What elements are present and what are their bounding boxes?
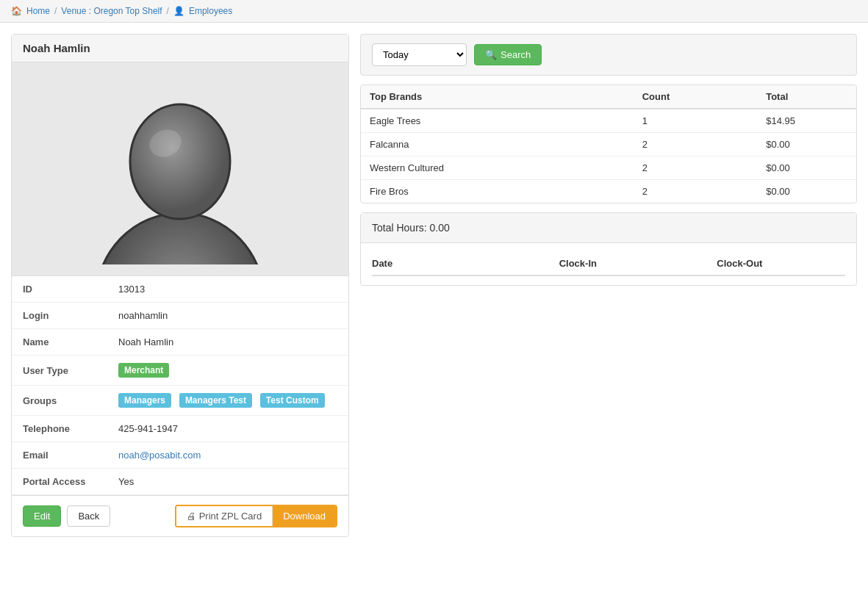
employee-panel: Noah Hamlin <box>11 34 349 537</box>
user-type-label: User Type <box>12 356 107 386</box>
top-brands-table: Top Brands Count Total Eagle Trees 1 $14… <box>361 85 856 203</box>
search-bar: Today Yesterday Last 7 Days Last 30 Days… <box>360 34 857 76</box>
brand-name: Western Cultured <box>361 156 634 180</box>
groups-label: Groups <box>12 386 107 416</box>
hours-panel: Total Hours: 0.00 Date Clock-In Clock-Ou… <box>360 212 857 286</box>
date-range-select[interactable]: Today Yesterday Last 7 Days Last 30 Days… <box>372 43 467 66</box>
info-row-portal-access: Portal Access Yes <box>12 469 348 495</box>
hours-header: Total Hours: 0.00 <box>361 213 856 243</box>
breadcrumb: 🏠 Home / Venue : Oregon Top Shelf / 👤 Em… <box>0 0 868 23</box>
badge-managers: Managers <box>118 393 171 408</box>
print-zpl-button[interactable]: 🖨 Print ZPL Card <box>176 506 273 526</box>
col-clock-out: Clock-Out <box>687 252 845 275</box>
email-link[interactable]: noah@posabit.com <box>118 450 201 461</box>
hours-header-row: Date Clock-In Clock-Out <box>372 252 845 275</box>
search-icon: 🔍 <box>485 49 497 60</box>
brand-name: Fire Bros <box>361 180 634 203</box>
info-row-id: ID 13013 <box>12 276 348 303</box>
telephone-value: 425-941-1947 <box>107 416 348 442</box>
hours-table-wrapper: Date Clock-In Clock-Out <box>361 243 856 285</box>
login-value: noahhamlin <box>107 303 348 329</box>
info-row-user-type: User Type Merchant <box>12 356 348 386</box>
employee-panel-title: Noah Hamlin <box>12 35 348 62</box>
name-value: Noah Hamlin <box>107 329 348 356</box>
search-button[interactable]: 🔍 Search <box>474 44 542 65</box>
telephone-label: Telephone <box>12 416 107 442</box>
col-date: Date <box>372 252 530 275</box>
breadcrumb-employees-link[interactable]: Employees <box>189 6 232 16</box>
edit-button[interactable]: Edit <box>23 505 61 527</box>
col-count: Count <box>634 85 758 109</box>
right-panel: Today Yesterday Last 7 Days Last 30 Days… <box>360 34 857 295</box>
breadcrumb-sep-1: / <box>54 6 57 16</box>
home-icon: 🏠 <box>11 6 22 16</box>
info-row-name: Name Noah Hamlin <box>12 329 348 356</box>
table-row: Western Cultured 2 $0.00 <box>361 156 856 180</box>
print-icon: 🖨 <box>187 511 196 522</box>
brand-count: 1 <box>634 109 758 133</box>
col-total: Total <box>757 85 856 109</box>
col-brand: Top Brands <box>361 85 634 109</box>
top-brands-section: Top Brands Count Total Eagle Trees 1 $14… <box>360 84 857 203</box>
svg-point-2 <box>130 104 230 219</box>
avatar-section <box>12 62 348 276</box>
employee-info-table: ID 13013 Login noahhamlin Name Noah Haml… <box>12 276 348 495</box>
col-clock-in: Clock-In <box>530 252 688 275</box>
info-row-telephone: Telephone 425-941-1947 <box>12 416 348 442</box>
brand-total: $0.00 <box>757 133 856 156</box>
breadcrumb-sep-2: / <box>167 6 169 16</box>
avatar <box>92 73 268 264</box>
print-download-group: 🖨 Print ZPL Card Download <box>175 505 337 527</box>
email-value: noah@posabit.com <box>107 442 348 469</box>
info-row-login: Login noahhamlin <box>12 303 348 329</box>
breadcrumb-home-link[interactable]: Home <box>26 6 50 16</box>
portal-access-label: Portal Access <box>12 469 107 495</box>
brand-name: Falcanna <box>361 133 634 156</box>
login-label: Login <box>12 303 107 329</box>
svg-point-0 <box>96 213 265 264</box>
brands-header-row: Top Brands Count Total <box>361 85 856 109</box>
groups-value: Managers Managers Test Test Custom <box>107 386 348 416</box>
user-icon: 👤 <box>173 6 184 16</box>
portal-access-value: Yes <box>107 469 348 495</box>
table-row: Eagle Trees 1 $14.95 <box>361 109 856 133</box>
breadcrumb-venue-link[interactable]: Venue : Oregon Top Shelf <box>61 6 162 16</box>
info-row-groups: Groups Managers Managers Test Test Custo… <box>12 386 348 416</box>
table-row: Falcanna 2 $0.00 <box>361 133 856 156</box>
name-label: Name <box>12 329 107 356</box>
id-value: 13013 <box>107 276 348 303</box>
table-row: Fire Bros 2 $0.00 <box>361 180 856 203</box>
hours-table: Date Clock-In Clock-Out <box>372 252 845 276</box>
brand-count: 2 <box>634 156 758 180</box>
brand-total: $0.00 <box>757 180 856 203</box>
badge-managers-test: Managers Test <box>179 393 252 408</box>
brand-count: 2 <box>634 133 758 156</box>
action-bar: Edit Back 🖨 Print ZPL Card Download <box>12 495 348 536</box>
brand-count: 2 <box>634 180 758 203</box>
brand-total: $14.95 <box>757 109 856 133</box>
download-button[interactable]: Download <box>273 506 336 526</box>
brand-name: Eagle Trees <box>361 109 634 133</box>
user-type-value: Merchant <box>107 356 348 386</box>
id-label: ID <box>12 276 107 303</box>
back-button[interactable]: Back <box>67 505 110 527</box>
info-row-email: Email noah@posabit.com <box>12 442 348 469</box>
merchant-badge: Merchant <box>118 363 169 378</box>
email-label: Email <box>12 442 107 469</box>
brand-total: $0.00 <box>757 156 856 180</box>
badge-test-custom: Test Custom <box>260 393 325 408</box>
